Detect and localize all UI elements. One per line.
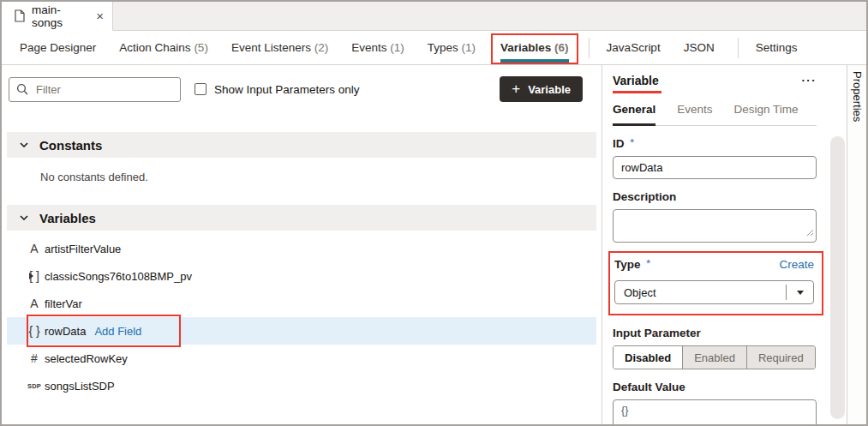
input-parameter-enabled-button[interactable]: Enabled <box>682 346 746 369</box>
annotation-title-underline <box>613 91 661 93</box>
nav-count: (2) <box>314 41 329 54</box>
filter-input-wrapper <box>9 77 181 102</box>
add-variable-button[interactable]: + Variable <box>500 76 583 102</box>
input-parameter-disabled-button[interactable]: Disabled <box>614 346 682 369</box>
chevron-down-icon <box>20 215 28 220</box>
nav-count: (1) <box>390 41 404 54</box>
array-type-icon: [ ] <box>24 269 45 283</box>
constants-section-title: Constants <box>39 138 102 153</box>
string-type-icon: A <box>24 242 45 255</box>
annotation-type-section: Type * Create Object <box>608 251 823 315</box>
input-parameter-label: Input Parameter <box>613 327 817 339</box>
create-type-link[interactable]: Create <box>779 258 814 271</box>
page-navbar: Page Designer Action Chains (5) Event Li… <box>2 31 866 65</box>
type-select-value: Object <box>624 286 656 299</box>
nav-count: (1) <box>462 41 476 54</box>
resize-handle-icon[interactable] <box>805 225 814 240</box>
annotation-variables-tab: Variables (6) <box>491 33 578 64</box>
tab-general[interactable]: General <box>613 103 655 126</box>
id-field-label: ID * <box>613 137 817 150</box>
checkbox-label: Show Input Parameters only <box>214 83 360 96</box>
default-value-label: Default Value <box>613 381 817 393</box>
variable-name: rowData <box>45 325 86 338</box>
search-icon <box>16 83 28 95</box>
document-tabstrip: main-songs × <box>2 2 866 31</box>
default-value-field[interactable]: {} <box>613 399 817 426</box>
no-constants-text: No constants defined. <box>2 158 602 194</box>
list-item-rowData[interactable]: { } rowData Add Field <box>7 317 596 345</box>
nav-count: (5) <box>194 41 208 54</box>
variables-section-title: Variables <box>39 211 96 225</box>
nav-count: (6) <box>554 41 569 54</box>
ellipsis-icon: ··· <box>802 74 817 87</box>
variables-section-header[interactable]: Variables <box>7 205 596 231</box>
properties-header: Variable ··· <box>613 73 817 93</box>
input-parameter-required-button[interactable]: Required <box>746 346 815 369</box>
variable-name: selectedRowKey <box>45 352 128 365</box>
variables-toolbar: Show Input Parameters only + Variable <box>2 65 602 102</box>
show-input-params-checkbox[interactable]: Show Input Parameters only <box>195 83 360 96</box>
type-field-label: Type * <box>614 258 650 271</box>
properties-tabs: General Events Design Time <box>613 103 817 126</box>
chevron-down-icon <box>20 142 28 147</box>
list-item-artistFilterValue[interactable]: A artistFilterValue <box>7 235 596 262</box>
variable-name: songsListSDP <box>45 380 115 393</box>
properties-rail-tab[interactable]: Properties <box>847 65 866 424</box>
nav-item-variables[interactable]: Variables (6) <box>500 41 569 63</box>
variable-name: artistFilterValue <box>45 243 121 255</box>
app-window: main-songs × Page Designer Action Chains… <box>0 0 868 426</box>
default-value-text: {} <box>621 405 628 417</box>
right-panel-scrollbar[interactable] <box>829 65 847 424</box>
nav-divider <box>589 38 590 58</box>
nav-item-javascript[interactable]: JavaScript <box>607 41 661 54</box>
list-item-selectedRowKey[interactable]: # selectedRowKey <box>7 345 596 372</box>
list-item-filterVar[interactable]: A filterVar <box>7 290 596 317</box>
filter-input[interactable] <box>34 82 173 97</box>
checkbox-icon <box>195 83 207 95</box>
active-tab-underline <box>500 59 569 63</box>
description-field[interactable] <box>613 209 817 243</box>
expand-caret-icon[interactable] <box>29 273 33 279</box>
list-item-songsListSDP[interactable]: SDP songsListSDP <box>7 372 596 399</box>
dropdown-caret-icon[interactable] <box>787 291 813 295</box>
string-type-icon: A <box>24 297 45 310</box>
nav-item-action-chains[interactable]: Action Chains (5) <box>119 41 208 54</box>
required-asterisk: * <box>631 137 634 147</box>
nav-item-page-designer[interactable]: Page Designer <box>20 41 96 54</box>
variable-name: filterVar <box>45 297 82 310</box>
nav-item-types[interactable]: Types (1) <box>428 41 476 54</box>
variables-list: A artistFilterValue [ ] classicSongs76to… <box>2 231 602 399</box>
sdp-type-icon: SDP <box>24 382 45 390</box>
variable-properties-panel: Variable ··· General Events Design Time … <box>602 65 829 424</box>
tab-title: main-songs <box>32 3 89 29</box>
nav-item-event-listeners[interactable]: Event Listeners (2) <box>231 41 328 54</box>
list-item-classicSongs76to108BMP_pv[interactable]: [ ] classicSongs76to108BMP_pv <box>7 262 596 290</box>
tab-events[interactable]: Events <box>677 103 712 125</box>
type-select[interactable]: Object <box>614 280 814 304</box>
plus-icon: + <box>512 81 520 96</box>
nav-item-json[interactable]: JSON <box>684 41 715 54</box>
variable-name: classicSongs76to108BMP_pv <box>45 270 192 283</box>
overflow-menu-button[interactable]: ··· <box>802 75 817 86</box>
document-icon <box>15 9 25 22</box>
id-field[interactable] <box>613 156 817 179</box>
add-variable-label: Variable <box>528 83 571 96</box>
tab-design-time[interactable]: Design Time <box>734 103 799 125</box>
required-asterisk: * <box>647 258 650 268</box>
scrollbar-thumb[interactable] <box>830 136 845 419</box>
constants-section-header[interactable]: Constants <box>7 132 596 158</box>
add-field-link[interactable]: Add Field <box>94 325 141 338</box>
nav-divider <box>738 38 739 58</box>
tab-main-songs[interactable]: main-songs × <box>2 2 113 31</box>
object-type-icon: { } <box>24 324 45 338</box>
number-type-icon: # <box>24 351 45 365</box>
properties-rail-label: Properties <box>851 71 864 424</box>
properties-title: Variable <box>613 74 659 87</box>
input-parameter-toggle: Disabled Enabled Required <box>613 345 816 369</box>
variables-list-panel: Show Input Parameters only + Variable Co… <box>2 65 602 424</box>
nav-item-events[interactable]: Events (1) <box>351 41 404 54</box>
content-area: Show Input Parameters only + Variable Co… <box>2 65 866 424</box>
close-icon[interactable]: × <box>96 9 104 22</box>
type-label-row: Type * Create <box>614 258 814 277</box>
nav-item-settings[interactable]: Settings <box>756 41 798 54</box>
